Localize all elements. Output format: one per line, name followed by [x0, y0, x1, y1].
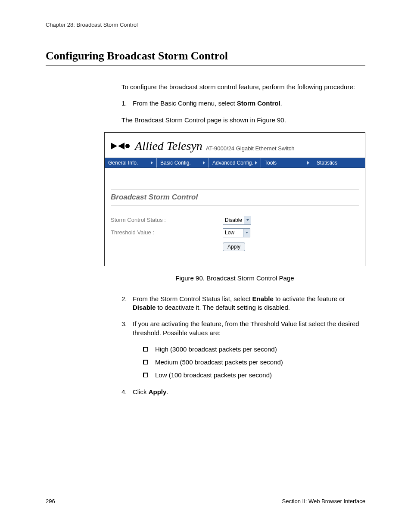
step-3: 3. If you are activating the feature, fr… [121, 320, 365, 337]
panel-heading: Broadcast Storm Control [111, 190, 359, 205]
chevron-right-icon [307, 161, 309, 165]
chapter-header: Chapter 28: Broadcast Storm Control [46, 22, 365, 28]
brand-bar: Allied Telesyn AT-9000/24 Gigabit Ethern… [105, 133, 365, 158]
nav-tab-tools[interactable]: Tools [261, 158, 313, 168]
brand-name: Allied Telesyn [135, 138, 202, 154]
step1-bold: Storm Control [237, 100, 280, 107]
step2-text-c: to deactivate it. The default setting is… [156, 304, 290, 311]
chevron-right-icon [151, 161, 153, 165]
nav-tab-advanced-config[interactable]: Advanced Config. [209, 158, 261, 168]
step-4: 4. Click Apply. [121, 388, 365, 396]
footer-section: Section II: Web Browser Interface [282, 498, 365, 504]
storm-control-status-select[interactable]: Disable [223, 216, 251, 225]
figure-caption: Figure 90. Broadcast Storm Control Page [104, 274, 365, 283]
nav-tab-label: Basic Config. [160, 159, 191, 166]
nav-tab-label: Advanced Config. [212, 159, 253, 166]
step-number: 4. [121, 388, 133, 396]
step2-text-a: From the Storm Control Status list, sele… [133, 295, 252, 302]
threshold-label: Threshold Value : [111, 229, 223, 236]
step-number: 3. [121, 320, 133, 337]
list-item: High (3000 broadcast packets per second) [143, 345, 365, 354]
chevron-down-icon [243, 229, 250, 237]
brand-subtitle: AT-9000/24 Gigabit Ethernet Switch [206, 145, 295, 152]
nav-tab-label: Tools [265, 159, 277, 166]
list-item: Medium (500 broadcast packets per second… [143, 358, 365, 367]
select-value: Disable [223, 217, 244, 224]
step4-text-a: Click [133, 388, 149, 395]
chevron-right-icon [203, 161, 205, 165]
nav-tab-label: Statistics [317, 159, 337, 166]
step2-bold-enable: Enable [252, 295, 274, 302]
step1-text-a: From the Basic Config menu, select [133, 100, 237, 107]
step-number: 2. [121, 295, 133, 312]
nav-tab-general-info[interactable]: General Info. [105, 158, 157, 168]
nav-tab-statistics[interactable]: Statistics [313, 158, 365, 168]
apply-button[interactable]: Apply [223, 243, 245, 251]
list-item: Low (100 broadcast packets per second) [143, 371, 365, 380]
step1-text-b: . [280, 100, 282, 107]
step-2: 2. From the Storm Control Status list, s… [121, 295, 365, 312]
section-title: Configuring Broadcast Storm Control [46, 50, 365, 65]
nav-tab-label: General Info. [108, 159, 138, 166]
step1-result: The Broadcast Storm Control page is show… [121, 116, 365, 124]
brand-logo-icon [111, 143, 130, 149]
step4-text-b: . [166, 388, 168, 395]
nav-bar: General Info. Basic Config. Advanced Con… [105, 158, 365, 168]
threshold-value-select[interactable]: Low [223, 228, 250, 237]
page-number: 296 [46, 498, 55, 504]
nav-tab-basic-config[interactable]: Basic Config. [157, 158, 209, 168]
chevron-down-icon [244, 216, 251, 224]
chevron-right-icon [255, 161, 257, 165]
figure-screenshot: Allied Telesyn AT-9000/24 Gigabit Ethern… [104, 132, 365, 266]
select-value: Low [223, 229, 243, 236]
status-label: Storm Control Status : [111, 216, 223, 224]
step4-bold-apply: Apply [149, 388, 167, 395]
intro-paragraph: To configure the broadcast storm control… [121, 83, 365, 91]
threshold-options-list: High (3000 broadcast packets per second)… [143, 345, 365, 380]
step2-bold-disable: Disable [133, 304, 156, 311]
step-number: 1. [121, 99, 133, 108]
step2-text-b: to activate the feature or [274, 295, 345, 302]
step-1: 1. From the Basic Config menu, select St… [121, 99, 365, 108]
